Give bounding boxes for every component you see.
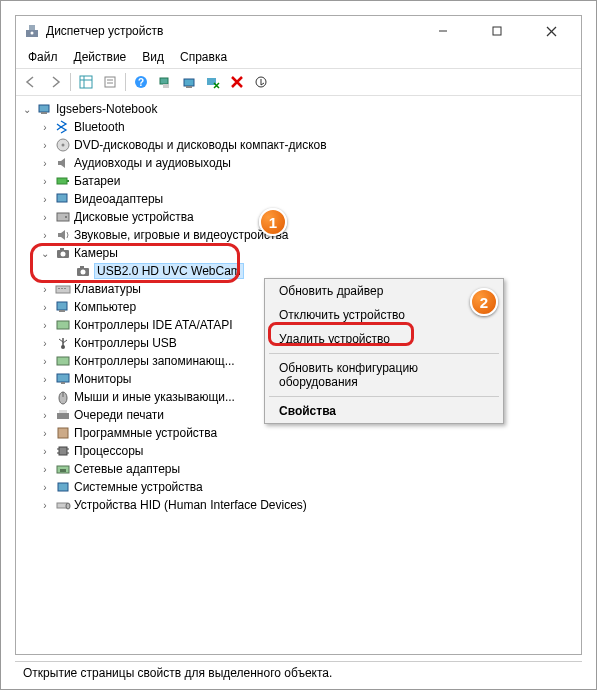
ctx-disable-device[interactable]: Отключить устройство [265,303,503,327]
svg-rect-62 [58,483,68,491]
svg-rect-21 [39,105,49,112]
tree-sound-game[interactable]: ›Звуковые, игровые и видеоустройства [18,226,579,244]
svg-rect-38 [61,288,63,289]
svg-rect-61 [60,469,66,472]
help-icon[interactable]: ? [130,71,152,93]
uninstall-device-icon[interactable] [226,71,248,93]
tree-root[interactable]: ⌄ Igsebers-Notebook [18,100,579,118]
app-icon [24,23,40,39]
nav-forward-button[interactable] [44,71,66,93]
tree-cameras[interactable]: ⌄Камеры [18,244,579,262]
ctx-uninstall-device[interactable]: Удалить устройство [265,327,503,351]
svg-rect-55 [59,447,67,455]
minimize-button[interactable] [425,19,461,43]
tree-hid[interactable]: ›Устройства HID (Human Interface Devices… [18,496,579,514]
status-bar: Открытие страницы свойств для выделенног… [15,661,582,684]
svg-point-24 [62,144,65,147]
svg-rect-42 [57,321,69,329]
tree-disk[interactable]: ›Дисковые устройства [18,208,579,226]
tree-system[interactable]: ›Системные устройства [18,478,579,496]
tree-software-dev[interactable]: ›Программные устройства [18,424,579,442]
ctx-scan-hardware[interactable]: Обновить конфигурацию оборудования [265,356,503,394]
tree-net[interactable]: ›Сетевые адаптеры [18,460,579,478]
svg-rect-16 [163,84,169,88]
svg-point-2 [31,32,34,35]
svg-rect-63 [57,503,67,508]
svg-rect-28 [57,213,69,221]
svg-point-34 [81,270,86,275]
svg-rect-22 [41,112,47,114]
svg-rect-52 [57,413,69,419]
titlebar: Диспетчер устройств [16,16,581,46]
window-title: Диспетчер устройств [46,24,425,38]
tree-bluetooth[interactable]: ›Bluetooth [18,118,579,136]
device-manager-window: Диспетчер устройств Файл Действие Вид Сп… [15,15,582,655]
update-driver-icon[interactable] [178,71,200,93]
add-legacy-icon[interactable] [250,71,272,93]
svg-rect-41 [59,310,65,312]
status-text: Открытие страницы свойств для выделенног… [23,666,332,680]
scan-hardware-icon[interactable] [154,71,176,93]
svg-rect-53 [59,410,67,413]
close-button[interactable] [533,19,569,43]
ctx-properties[interactable]: Свойства [265,399,503,423]
svg-rect-1 [29,25,35,30]
svg-rect-10 [105,77,115,87]
toolbar: ? [16,68,581,96]
svg-text:?: ? [138,77,144,88]
svg-rect-4 [493,27,501,35]
svg-point-31 [61,252,66,257]
maximize-button[interactable] [479,19,515,43]
tree-dvd[interactable]: ›DVD-дисководы и дисководы компакт-диско… [18,136,579,154]
svg-rect-48 [57,374,69,382]
svg-rect-27 [57,194,67,202]
svg-rect-25 [57,178,67,184]
svg-rect-49 [61,382,65,384]
tree-battery[interactable]: ›Батареи [18,172,579,190]
disable-device-icon[interactable] [202,71,224,93]
svg-rect-18 [186,86,192,88]
menubar: Файл Действие Вид Справка [16,46,581,68]
device-tree[interactable]: ⌄ Igsebers-Notebook ›Bluetooth ›DVD-диск… [16,96,581,654]
menu-view[interactable]: Вид [142,50,164,64]
tree-video[interactable]: ›Видеоадаптеры [18,190,579,208]
svg-rect-15 [160,78,168,84]
menu-file[interactable]: Файл [28,50,58,64]
svg-rect-37 [58,288,60,289]
svg-rect-17 [184,79,194,86]
context-menu: Обновить драйвер Отключить устройство Уд… [264,278,504,424]
svg-rect-32 [60,248,64,250]
tree-audio[interactable]: ›Аудиовходы и аудиовыходы [18,154,579,172]
menu-help[interactable]: Справка [180,50,227,64]
nav-back-button[interactable] [20,71,42,93]
svg-rect-39 [64,288,66,289]
svg-rect-35 [80,266,84,268]
svg-point-29 [65,216,67,218]
svg-point-64 [66,503,70,509]
tree-cpu[interactable]: ›Процессоры [18,442,579,460]
properties-icon[interactable] [99,71,121,93]
show-hidden-icon[interactable] [75,71,97,93]
svg-rect-40 [57,302,67,310]
svg-rect-47 [57,357,69,365]
svg-rect-54 [58,428,68,438]
menu-action[interactable]: Действие [74,50,127,64]
svg-rect-26 [67,180,69,182]
svg-rect-36 [56,286,70,293]
ctx-update-driver[interactable]: Обновить драйвер [265,279,503,303]
svg-rect-7 [80,76,92,88]
